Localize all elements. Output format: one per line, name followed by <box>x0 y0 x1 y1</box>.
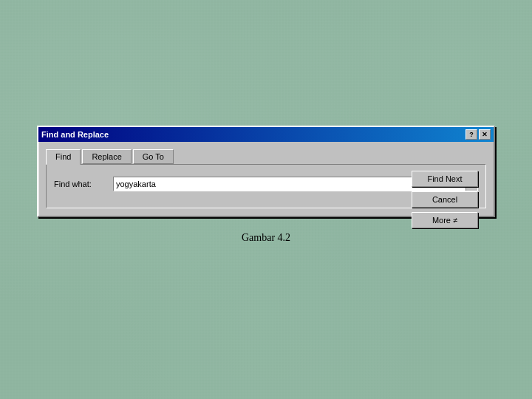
content-area: Find what: ▼ Find Next Cancel More ≠ <box>46 164 486 208</box>
title-bar: Find and Replace ? ✕ <box>38 127 494 142</box>
dialog-title: Find and Replace <box>41 130 109 139</box>
title-bar-controls: ? ✕ <box>466 129 491 140</box>
cancel-button[interactable]: Cancel <box>412 191 478 208</box>
find-replace-dialog: Find and Replace ? ✕ Find Replace Go To <box>37 126 495 217</box>
more-button[interactable]: More ≠ <box>412 212 478 228</box>
tab-find[interactable]: Find <box>46 149 81 165</box>
find-what-label: Find what: <box>54 180 113 188</box>
caption: Gambar 4.2 <box>242 232 290 244</box>
dialog-body: Find Replace Go To Find what: ▼ <box>38 142 494 216</box>
tab-replace[interactable]: Replace <box>82 149 131 164</box>
close-button[interactable]: ✕ <box>479 129 491 140</box>
tab-goto[interactable]: Go To <box>133 149 174 164</box>
tab-bar: Find Replace Go To <box>46 148 486 164</box>
help-button[interactable]: ? <box>466 129 477 140</box>
buttons-panel: Find Next Cancel More ≠ <box>412 171 478 228</box>
page-content: Find and Replace ? ✕ Find Replace Go To <box>37 126 495 244</box>
find-next-button[interactable]: Find Next <box>412 171 478 187</box>
